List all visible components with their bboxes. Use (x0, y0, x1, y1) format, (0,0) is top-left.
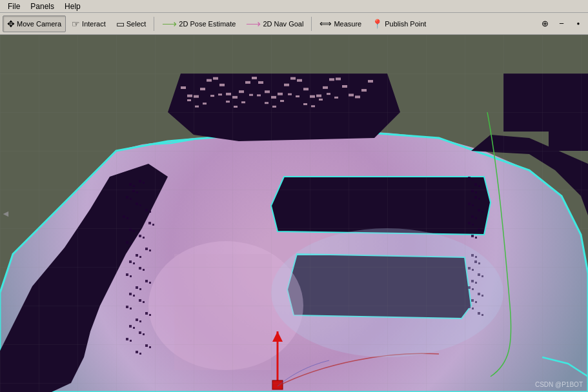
zoom-out-button[interactable]: − (554, 17, 569, 31)
tool-nav-goal-label: 2D Nav Goal (263, 20, 303, 28)
publish-point-icon: 📍 (372, 19, 383, 28)
tool-measure[interactable]: ⟺ Measure (315, 15, 366, 32)
menubar: File Panels Help (0, 0, 588, 13)
crosshair-icon: ⊕ (542, 19, 549, 28)
move-camera-icon: ✥ (7, 19, 15, 28)
tool-select[interactable]: ▭ Select (112, 15, 151, 32)
tool-move-camera[interactable]: ✥ Move Camera (3, 15, 66, 32)
tool-select-label: Select (127, 20, 147, 28)
separator-1 (154, 17, 154, 31)
separator-2 (311, 17, 312, 31)
tool-pose-estimate[interactable]: ⟶ 2D Pose Estimate (157, 15, 240, 32)
map-canvas-area[interactable]: ◄ CSDN @P1BOT (0, 35, 588, 392)
minus-icon: − (559, 19, 564, 28)
tool-move-camera-label: Move Camera (17, 20, 61, 28)
tool-interact[interactable]: ☞ Interact (67, 15, 110, 32)
toolbar-right: ⊕ − ● (538, 17, 585, 31)
measure-icon: ⟺ (319, 19, 332, 28)
tool-nav-goal[interactable]: ⟶ 2D Nav Goal (241, 15, 308, 32)
menu-panels[interactable]: Panels (25, 1, 59, 12)
tool-publish-point[interactable]: 📍 Publish Point (367, 15, 431, 32)
nav-goal-icon: ⟶ (246, 19, 261, 29)
crosshair-button[interactable]: ⊕ (538, 17, 552, 31)
tool-publish-point-label: Publish Point (385, 20, 426, 28)
tool-pose-estimate-label: 2D Pose Estimate (179, 20, 236, 28)
menu-help[interactable]: Help (59, 1, 86, 12)
zoom-dot-button[interactable]: ● (571, 17, 585, 31)
interact-icon: ☞ (72, 19, 80, 28)
dot-icon: ● (577, 21, 580, 26)
select-icon: ▭ (116, 19, 125, 28)
toolbar: ✥ Move Camera ☞ Interact ▭ Select ⟶ 2D P… (0, 13, 588, 35)
tool-interact-label: Interact (82, 20, 106, 28)
pose-estimate-icon: ⟶ (162, 19, 177, 29)
menu-file[interactable]: File (3, 1, 25, 12)
tool-measure-label: Measure (334, 20, 361, 28)
map-display (0, 35, 588, 392)
